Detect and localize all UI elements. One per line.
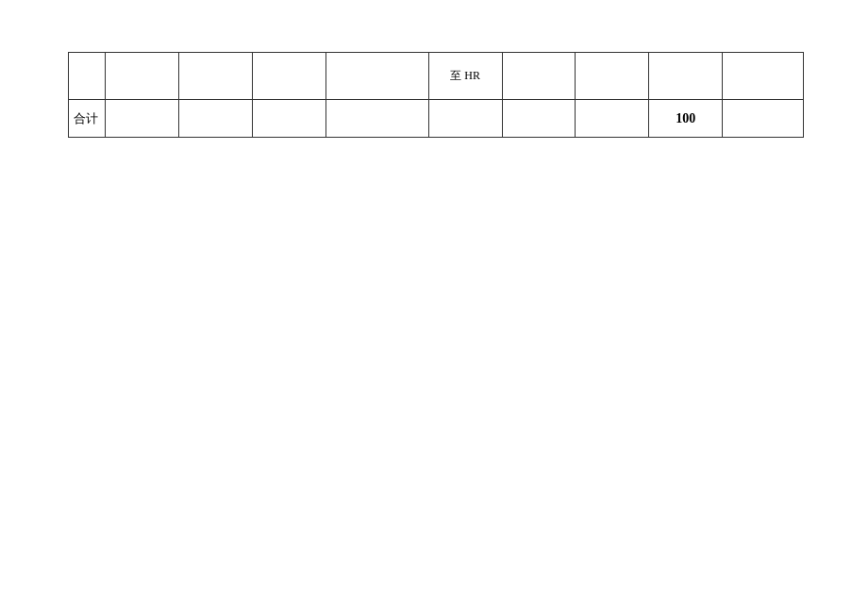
main-table: 至 HR 合计 100 [68,52,804,138]
table-row: 至 HR [69,53,804,100]
cell-r1c8 [576,53,649,100]
cell-r1c10 [723,53,804,100]
cell-r1c9 [649,53,723,100]
table-row: 合计 100 [69,100,804,138]
page: 至 HR 合计 100 [0,0,868,614]
cell-r2c5 [326,100,428,138]
cell-r1c2 [105,53,178,100]
cell-r2c7 [502,100,576,138]
cell-r1c5 [326,53,428,100]
cell-r2c2 [105,100,178,138]
cell-r1c1 [69,53,106,100]
cell-合计: 合计 [69,100,106,138]
table-container: 至 HR 合计 100 [68,52,804,138]
cell-r1c3 [178,53,252,100]
cell-至hr: 至 HR [428,53,502,100]
cell-r2c6 [428,100,502,138]
cell-r2c10 [723,100,804,138]
cell-total-value: 100 [649,100,723,138]
cell-r1c7 [502,53,576,100]
cell-r1c4 [252,53,326,100]
cell-r2c8 [576,100,649,138]
cell-r2c3 [178,100,252,138]
cell-r2c4 [252,100,326,138]
